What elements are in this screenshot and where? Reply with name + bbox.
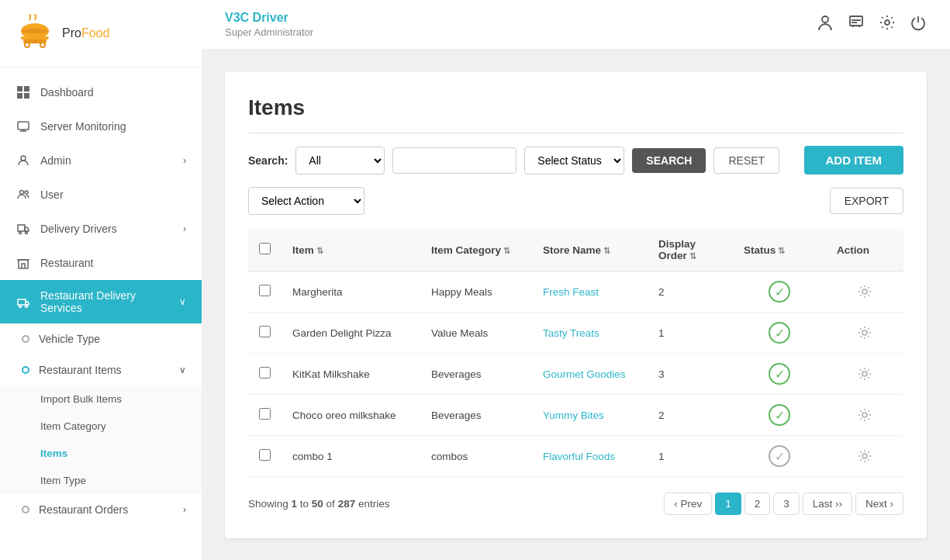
items-table: Item Item Category Store Name Display Or… bbox=[248, 229, 903, 477]
header: V3C Driver Super Administrator bbox=[202, 0, 950, 49]
reset-button[interactable]: RESET bbox=[713, 147, 779, 174]
store-link[interactable]: Yummy Bites bbox=[543, 410, 604, 421]
svg-point-17 bbox=[25, 191, 28, 194]
user-icon bbox=[16, 153, 31, 168]
sidebar-item-server-monitoring[interactable]: Server Monitoring bbox=[0, 109, 202, 143]
store-link[interactable]: Gourmet Goodies bbox=[543, 368, 626, 380]
svg-point-19 bbox=[26, 232, 28, 234]
row-display-order: 3 bbox=[648, 354, 733, 395]
sidebar-item-restaurant-items[interactable]: Restaurant Items ∨ bbox=[0, 354, 202, 385]
col-display-order[interactable]: Display Order bbox=[648, 229, 733, 271]
svg-point-33 bbox=[862, 454, 867, 458]
power-icon[interactable] bbox=[910, 14, 927, 35]
action-gear-icon[interactable] bbox=[837, 325, 893, 340]
chevron-right-icon: › bbox=[183, 504, 186, 515]
svg-point-32 bbox=[862, 413, 867, 417]
user-profile-icon[interactable] bbox=[817, 14, 834, 35]
dot-icon bbox=[22, 506, 29, 513]
page-2-button[interactable]: 2 bbox=[744, 493, 771, 515]
row-checkbox[interactable] bbox=[259, 449, 271, 461]
col-status[interactable]: Status bbox=[733, 229, 826, 271]
status-active-icon: ✓ bbox=[769, 322, 790, 344]
page-3-button[interactable]: 3 bbox=[773, 493, 800, 515]
table-row: Garden Delight Pizza Value Meals Tasty T… bbox=[248, 313, 903, 354]
row-display-order: 2 bbox=[648, 395, 733, 436]
action-gear-icon[interactable] bbox=[837, 407, 893, 423]
row-category: Beverages bbox=[420, 395, 532, 436]
row-checkbox[interactable] bbox=[259, 326, 271, 337]
dot-icon bbox=[22, 366, 29, 374]
sidebar-item-label: Restaurant Delivery Services bbox=[40, 289, 179, 314]
sidebar-item-item-category[interactable]: Item Category bbox=[0, 413, 202, 440]
truck-icon bbox=[16, 221, 31, 237]
sidebar-item-import-bulk-items[interactable]: Import Bulk Items bbox=[0, 385, 202, 413]
sidebar-item-label: Vehicle Type bbox=[39, 333, 100, 345]
logo-icon bbox=[16, 14, 54, 53]
header-icons bbox=[817, 14, 927, 35]
row-store: Fresh Feast bbox=[532, 271, 648, 313]
row-action bbox=[826, 271, 903, 313]
notification-icon[interactable] bbox=[848, 14, 865, 35]
search-input[interactable] bbox=[392, 147, 516, 174]
svg-point-30 bbox=[862, 330, 867, 335]
sidebar-item-label: Server Monitoring bbox=[40, 120, 126, 133]
store-link[interactable]: Flavorful Foods bbox=[543, 451, 615, 462]
svg-point-29 bbox=[862, 289, 867, 294]
sidebar-item-restaurant[interactable]: Restaurant bbox=[0, 246, 202, 280]
sidebar-item-admin[interactable]: Admin › bbox=[0, 143, 202, 178]
search-button[interactable]: SEARCH bbox=[632, 148, 706, 173]
store-link[interactable]: Fresh Feast bbox=[543, 286, 599, 298]
prev-page-button[interactable]: ‹ Prev bbox=[664, 493, 712, 515]
action-gear-icon[interactable] bbox=[837, 366, 893, 382]
row-item: Garden Delight Pizza bbox=[282, 313, 420, 354]
export-button[interactable]: EXPORT bbox=[830, 188, 903, 214]
row-category: Happy Meals bbox=[420, 271, 532, 313]
row-status: ✓ bbox=[733, 354, 826, 395]
restaurant-items-subnav: Import Bulk Items Item Category Items It… bbox=[0, 385, 202, 494]
sidebar-item-restaurant-orders[interactable]: Restaurant Orders › bbox=[0, 494, 202, 525]
sidebar-item-vehicle-type[interactable]: Vehicle Type bbox=[0, 323, 202, 354]
header-subtitle: Super Administrator bbox=[225, 26, 313, 38]
next-page-button[interactable]: Next › bbox=[855, 493, 903, 515]
last-page-button[interactable]: Last ›› bbox=[803, 493, 852, 515]
row-category: combos bbox=[420, 436, 532, 477]
page-1-button[interactable]: 1 bbox=[715, 493, 741, 515]
col-store-name[interactable]: Store Name bbox=[532, 229, 648, 271]
action-gear-icon[interactable] bbox=[837, 448, 893, 464]
add-item-button[interactable]: ADD ITEM bbox=[804, 146, 904, 175]
row-store: Gourmet Goodies bbox=[532, 354, 648, 395]
sidebar-item-dashboard[interactable]: Dashboard bbox=[0, 75, 202, 109]
row-display-order: 1 bbox=[648, 313, 733, 354]
col-item[interactable]: Item bbox=[282, 229, 420, 271]
sidebar-item-label: Admin bbox=[40, 154, 71, 167]
row-action bbox=[826, 395, 903, 436]
sidebar-item-user[interactable]: User bbox=[0, 178, 202, 212]
svg-point-28 bbox=[885, 20, 890, 25]
svg-rect-21 bbox=[18, 299, 26, 305]
select-all-checkbox[interactable] bbox=[259, 243, 271, 254]
row-checkbox[interactable] bbox=[259, 285, 271, 296]
action-select[interactable]: Select Action Delete Selected bbox=[248, 187, 364, 215]
store-link[interactable]: Tasty Treats bbox=[543, 327, 599, 339]
sidebar-item-items[interactable]: Items bbox=[0, 440, 202, 467]
search-filter-select[interactable]: All Item Name Category Store bbox=[295, 147, 385, 175]
sidebar-item-label: Dashboard bbox=[40, 86, 94, 99]
content-area: Items Search: All Item Name Category Sto… bbox=[202, 49, 950, 560]
col-item-category[interactable]: Item Category bbox=[420, 229, 532, 271]
row-checkbox[interactable] bbox=[259, 408, 271, 420]
action-gear-icon[interactable] bbox=[837, 284, 893, 299]
pagination-row: Showing 1 to 50 of 287 entries ‹ Prev 1 … bbox=[248, 493, 903, 515]
settings-icon[interactable] bbox=[879, 14, 896, 35]
svg-point-1 bbox=[21, 29, 49, 33]
sidebar-item-delivery-drivers[interactable]: Delivery Drivers › bbox=[0, 212, 202, 246]
sidebar-item-restaurant-delivery-services[interactable]: Restaurant Delivery Services ∨ bbox=[0, 280, 202, 323]
pagination-controls: ‹ Prev 1 2 3 Last ›› Next › bbox=[664, 493, 903, 515]
sidebar-item-label: Restaurant Items bbox=[39, 364, 122, 376]
row-store: Yummy Bites bbox=[532, 395, 648, 436]
sidebar-item-label: Restaurant Orders bbox=[39, 503, 128, 516]
sidebar-item-item-type[interactable]: Item Type bbox=[0, 467, 202, 494]
row-checkbox[interactable] bbox=[259, 367, 271, 379]
row-store: Flavorful Foods bbox=[532, 436, 648, 477]
status-select[interactable]: Select Status Active Inactive bbox=[524, 147, 624, 175]
table-row: Margherita Happy Meals Fresh Feast 2 ✓ bbox=[248, 271, 903, 313]
